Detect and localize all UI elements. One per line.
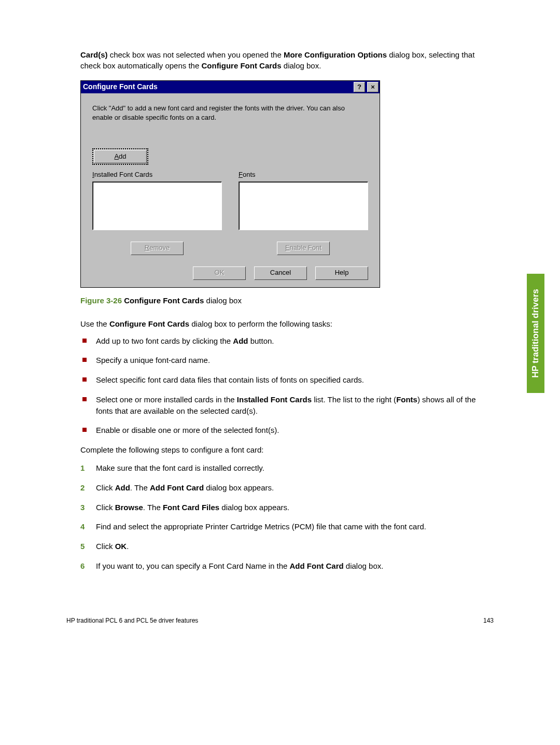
step-bold: Add [115,483,130,492]
ok-button-label: OK [215,268,225,277]
enable-font-button-label: Enable Font [285,243,321,252]
bullet-text: Add up to two font cards by clicking the [96,336,233,345]
step-item: Make sure that the font card is installe… [80,462,480,474]
step-item: If you want to, you can specify a Font C… [80,560,480,572]
bullet-text: list. The list to the right ( [312,395,396,404]
fonts-listbox[interactable] [239,181,368,230]
bullet-bold: Installed Font Cards [237,395,312,404]
cancel-button[interactable]: Cancel [254,266,307,280]
step-bold: Add Font Card [290,561,344,570]
tasks-lead-bold: Configure Font Cards [109,319,189,328]
step-text: Click [96,542,115,551]
side-tab-label: HP traditional drivers [530,289,541,378]
list-item: Select one or more installed cards in th… [80,394,480,417]
step-text: Make sure that the font card is installe… [96,463,264,472]
figure-number: Figure 3-26 [80,296,124,305]
step-text: Find and select the appropriate Printer … [96,522,426,531]
step-text: dialog box. [344,561,384,570]
intro-text-3: dialog box. [282,61,321,70]
bullet-bold: Add [233,336,248,345]
step-text: dialog box appears. [204,483,274,492]
list-item: Specify a unique font-card name. [80,355,480,366]
list-item: Select specific font card data files tha… [80,374,480,386]
bullet-text: Enable or disable one or more of the sel… [96,426,279,434]
chapter-side-tab: HP traditional drivers [527,274,544,393]
figure-caption: Figure 3-26 Configure Font Cards dialog … [80,295,480,306]
step-bold: OK [115,542,127,551]
step-text: Click [96,503,115,512]
tasks-list: Add up to two font cards by clicking the… [80,335,480,437]
tasks-lead: Use the Configure Font Cards dialog box … [80,318,480,329]
step-item: Click Browse. The Font Card Files dialog… [80,502,480,513]
dialog-titlebar: Configure Font Cards ? × [81,81,380,93]
step-text: . The [143,503,163,512]
step-bold: Font Card Files [163,503,219,512]
bullet-text: Select one or more installed cards in th… [96,395,237,404]
steps-lead: Complete the following steps to configur… [80,444,480,455]
titlebar-help-button[interactable]: ? [354,82,365,92]
step-item: Find and select the appropriate Printer … [80,521,480,532]
figure-caption-rest: dialog box [204,296,242,305]
step-item: Click OK. [80,541,480,552]
figure-caption-bold: Configure Font Cards [124,296,204,305]
list-item: Add up to two font cards by clicking the… [80,335,480,347]
remove-button-label: Remove [145,243,170,252]
bullet-text: Select specific font card data files tha… [96,375,364,384]
intro-paragraph: Card(s) check box was not selected when … [80,49,480,71]
footer-section-title: HP traditional PCL 6 and PCL 5e driver f… [66,617,198,624]
footer-page-number: 143 [483,617,494,624]
intro-bold-3: Configure Font Cards [201,61,281,70]
help-button[interactable]: Help [315,266,368,280]
installed-font-cards-listbox[interactable] [92,181,222,230]
step-text: . The [130,483,150,492]
intro-bold-1: Card(s) [80,50,108,59]
bullet-text: Specify a unique font-card name. [96,356,210,364]
ok-button[interactable]: OK [193,266,246,280]
steps-list: Make sure that the font card is installe… [80,462,480,572]
step-text: . [127,542,129,551]
add-button-label: Add [114,152,126,161]
step-text: dialog box appears. [219,503,289,512]
titlebar-close-button[interactable]: × [367,82,379,92]
close-icon: × [371,82,375,92]
cancel-button-label: Cancel [270,268,291,277]
bullet-bold: Fonts [396,395,417,404]
dialog-description: Click "Add" to add a new font card and r… [92,104,362,122]
remove-button[interactable]: Remove [131,242,184,255]
tasks-lead-seg1: Use the [80,319,109,328]
intro-bold-2: More Configuration Options [284,50,387,59]
step-bold: Add Font Card [150,483,204,492]
step-bold: Browse [115,503,143,512]
question-icon: ? [357,82,361,92]
focus-ring: Add [92,148,148,165]
configure-font-cards-dialog: Configure Font Cards ? × Click "Add" to … [80,80,380,288]
installed-font-cards-label: Installed Font Cards [92,170,222,179]
intro-text-1: check box was not selected when you open… [108,50,284,59]
add-button[interactable]: Add [94,150,147,163]
step-item: Click Add. The Add Font Card dialog box … [80,482,480,494]
dialog-title: Configure Font Cards [83,82,158,92]
enable-font-button[interactable]: Enable Font [277,242,330,255]
help-button-label: Help [335,268,349,277]
step-text: Click [96,483,115,492]
bullet-text: button. [248,336,274,345]
fonts-label: Fonts [239,170,368,179]
list-item: Enable or disable one or more of the sel… [80,425,480,436]
step-text: If you want to, you can specify a Font C… [96,561,290,570]
tasks-lead-seg3: dialog box to perform the following task… [189,319,332,328]
